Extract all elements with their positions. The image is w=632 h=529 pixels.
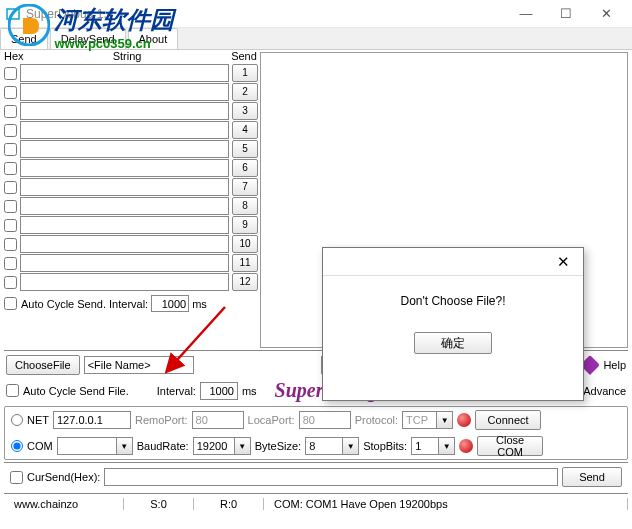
string-input[interactable] [20, 64, 229, 82]
help-label[interactable]: Help [603, 359, 626, 371]
send-row: 3 [0, 102, 258, 121]
string-input[interactable] [20, 273, 229, 291]
string-input[interactable] [20, 235, 229, 253]
status-r: R:0 [194, 498, 264, 510]
cursend-checkbox[interactable] [10, 471, 23, 484]
com-radio[interactable] [11, 440, 23, 452]
net-ip[interactable] [53, 411, 131, 429]
bytesize-label: ByteSize: [255, 440, 301, 452]
send-row: 8 [0, 197, 258, 216]
send-row: 4 [0, 121, 258, 140]
auto-cycle-unit: ms [192, 298, 207, 310]
dialog-ok-button[interactable]: 确定 [414, 332, 492, 354]
send-row: 7 [0, 178, 258, 197]
locaport-input[interactable] [299, 411, 351, 429]
string-input[interactable] [20, 178, 229, 196]
auto-cycle-checkbox[interactable] [4, 297, 17, 310]
chevron-down-icon[interactable]: ▼ [343, 437, 359, 455]
close-com-button[interactable]: Close COM [477, 436, 543, 456]
cursend-input[interactable] [104, 468, 558, 486]
com-combo[interactable] [57, 437, 117, 455]
hex-checkbox[interactable] [4, 181, 17, 194]
hex-checkbox[interactable] [4, 238, 17, 251]
string-input[interactable] [20, 140, 229, 158]
hex-checkbox[interactable] [4, 219, 17, 232]
cursend-send-button[interactable]: Send [562, 467, 622, 487]
hex-checkbox[interactable] [4, 105, 17, 118]
remoport-label: RemoPort: [135, 414, 188, 426]
dialog-close-button[interactable]: ✕ [543, 248, 583, 276]
send-row-button[interactable]: 1 [232, 64, 258, 82]
cursend-label: CurSend(Hex): [27, 471, 100, 483]
send-row: 5 [0, 140, 258, 159]
string-input[interactable] [20, 216, 229, 234]
hex-checkbox[interactable] [4, 124, 17, 137]
header-string: String [24, 50, 230, 62]
chevron-down-icon[interactable]: ▼ [439, 437, 455, 455]
hex-checkbox[interactable] [4, 143, 17, 156]
status-msg: COM: COM1 Have Open 19200bps [264, 498, 628, 510]
auto-cycle-label: Auto Cycle Send. Interval: [21, 298, 148, 310]
string-input[interactable] [20, 83, 229, 101]
choose-file-button[interactable]: ChooseFile [6, 355, 80, 375]
close-button[interactable]: ✕ [586, 0, 626, 28]
net-radio[interactable] [11, 414, 23, 426]
send-row: 6 [0, 159, 258, 178]
chevron-down-icon[interactable]: ▼ [117, 437, 133, 455]
hex-checkbox[interactable] [4, 67, 17, 80]
bytesize-combo[interactable] [305, 437, 343, 455]
send-row-button[interactable]: 3 [232, 102, 258, 120]
window-titlebar: SuperDebug 1.4 — ☐ ✕ [0, 0, 632, 28]
string-input[interactable] [20, 102, 229, 120]
maximize-button[interactable]: ☐ [546, 0, 586, 28]
file-name-field[interactable] [84, 356, 194, 374]
stopbits-combo[interactable] [411, 437, 439, 455]
hex-checkbox[interactable] [4, 162, 17, 175]
tab-delaysend[interactable]: DelaySend [50, 28, 126, 49]
send-row: 10 [0, 235, 258, 254]
send-row-button[interactable]: 5 [232, 140, 258, 158]
svg-rect-3 [7, 9, 19, 19]
baudrate-label: BaudRate: [137, 440, 189, 452]
chevron-down-icon[interactable]: ▼ [235, 437, 251, 455]
advance-label[interactable]: Advance [583, 385, 626, 397]
auto-cycle-interval[interactable] [151, 295, 189, 312]
string-input[interactable] [20, 254, 229, 272]
window-title: SuperDebug 1.4 [26, 7, 113, 21]
hex-checkbox[interactable] [4, 86, 17, 99]
send-row-button[interactable]: 12 [232, 273, 258, 291]
send-row-button[interactable]: 10 [232, 235, 258, 253]
send-row-button[interactable]: 11 [232, 254, 258, 272]
send-row-button[interactable]: 4 [232, 121, 258, 139]
tab-send[interactable]: Send [0, 28, 48, 49]
send-row: 12 [0, 273, 258, 292]
string-input[interactable] [20, 121, 229, 139]
send-row-button[interactable]: 9 [232, 216, 258, 234]
send-row-button[interactable]: 7 [232, 178, 258, 196]
baudrate-combo[interactable] [193, 437, 235, 455]
send-row-button[interactable]: 2 [232, 83, 258, 101]
auto-file-unit: ms [242, 385, 257, 397]
hex-checkbox[interactable] [4, 276, 17, 289]
send-row-button[interactable]: 8 [232, 197, 258, 215]
connection-group: NET RemoPort: LocaPort: Protocol: ▼ Conn… [4, 406, 628, 460]
remoport-input[interactable] [192, 411, 244, 429]
string-input[interactable] [20, 197, 229, 215]
connect-button[interactable]: Connect [475, 410, 541, 430]
auto-file-checkbox[interactable] [6, 384, 19, 397]
stopbits-label: StopBits: [363, 440, 407, 452]
send-row-button[interactable]: 6 [232, 159, 258, 177]
chevron-down-icon[interactable]: ▼ [437, 411, 453, 429]
protocol-combo[interactable] [402, 411, 437, 429]
string-input[interactable] [20, 159, 229, 177]
minimize-button[interactable]: — [506, 0, 546, 28]
hex-checkbox[interactable] [4, 257, 17, 270]
status-dot-net [457, 413, 471, 427]
header-send: Send [230, 50, 258, 62]
hex-checkbox[interactable] [4, 200, 17, 213]
protocol-label: Protocol: [355, 414, 398, 426]
header-hex: Hex [0, 50, 24, 62]
auto-file-interval[interactable] [200, 382, 238, 400]
tab-about[interactable]: About [128, 28, 179, 49]
locaport-label: LocaPort: [248, 414, 295, 426]
